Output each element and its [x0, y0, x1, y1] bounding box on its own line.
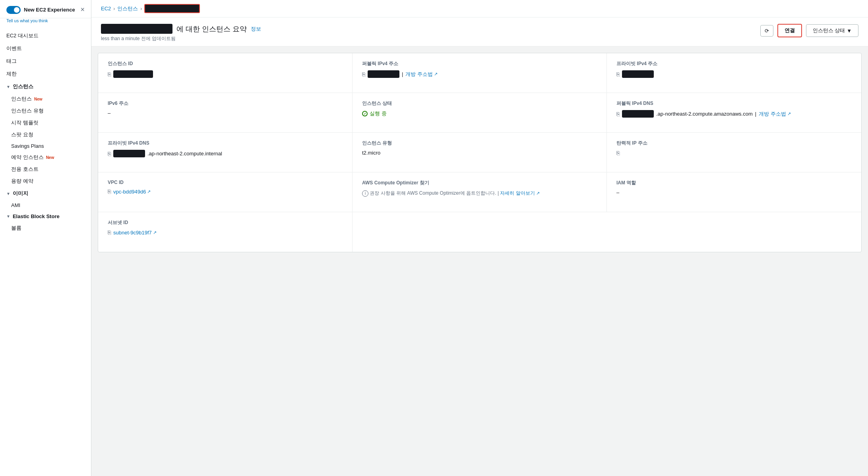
- page-subtitle: less than a minute 전에 업데이트됨: [101, 35, 261, 42]
- elastic-ip-label: 탄력적 IP 주소: [616, 140, 852, 147]
- section-label: 이미지: [13, 190, 28, 197]
- sidebar-item-savings-plans[interactable]: Savings Plans: [0, 141, 91, 151]
- sidebar-item-events[interactable]: 이벤트: [0, 42, 91, 55]
- sidebar-item-label: EC2 대시보드: [6, 32, 39, 39]
- sidebar-item-tags[interactable]: 태그: [0, 55, 91, 68]
- info-cell-ipv6: IPv6 주소 –: [98, 93, 353, 133]
- copy-icon[interactable]: ⎘: [108, 229, 111, 236]
- page-title-row: 에 대한 인스턴스 요약 정보: [101, 24, 261, 34]
- instance-state-button[interactable]: 인스턴스 상태 ▼: [806, 24, 859, 37]
- instance-name-block: [101, 24, 172, 34]
- external-link-icon: ↗: [153, 230, 157, 235]
- info-cell-private-ipv4-dns: 프라이빗 IPv4 DNS ⎘ .ap-northeast-2.compute.…: [98, 133, 353, 172]
- vpc-id-label: VPC ID: [108, 180, 343, 185]
- section-label: 인스턴스: [13, 83, 33, 90]
- sidebar-item-launch-templates[interactable]: 시작 템플릿: [0, 117, 91, 129]
- page-title-suffix: 에 대한 인스턴스 요약: [176, 24, 247, 34]
- page-header-left: 에 대한 인스턴스 요약 정보 less than a minute 전에 업데…: [101, 24, 261, 42]
- sidebar-item-label: 태그: [6, 58, 17, 65]
- copy-icon[interactable]: ⎘: [108, 151, 111, 157]
- info-cell-public-ipv4-dns: 퍼블릭 IPv4 DNS ⎘ .ap-northeast-2.compute.a…: [607, 93, 861, 133]
- instance-state-label: 인스턴스 상태: [362, 100, 597, 107]
- sidebar-item-instance-types[interactable]: 인스턴스 유형: [0, 105, 91, 117]
- info-cell-vpc-id: VPC ID ⎘ vpc-bdd949d6 ↗: [98, 172, 353, 212]
- copy-icon[interactable]: ⎘: [108, 188, 111, 195]
- info-cell-instance-type: 인스턴스 유형 t2.micro: [353, 133, 607, 172]
- sidebar-item-label: 인스턴스: [11, 95, 32, 103]
- instance-id-label: 인스턴스 ID: [108, 60, 343, 67]
- sidebar-section-ebs[interactable]: ▼ Elastic Block Store: [0, 211, 91, 222]
- sidebar-section-images[interactable]: ▼ 이미지: [0, 187, 91, 200]
- info-cell-instance-id: 인스턴스 ID ⎘: [98, 53, 353, 93]
- info-icon[interactable]: i: [362, 190, 368, 197]
- close-button[interactable]: ×: [80, 6, 85, 14]
- page-header: 에 대한 인스턴스 요약 정보 less than a minute 전에 업데…: [91, 17, 868, 46]
- sidebar-item-label: 시작 템플릿: [11, 119, 39, 126]
- new-experience-toggle[interactable]: [6, 6, 21, 14]
- info-cell-optimizer: AWS Compute Optimizer 찾기 i 권장 사항을 위해 AWS…: [353, 172, 607, 212]
- breadcrumb: EC2 › 인스턴스 ›: [91, 0, 868, 17]
- elastic-ip-value: ⎘: [616, 150, 852, 156]
- private-ipv4-label: 프라이빗 IPv4 주소: [616, 60, 852, 67]
- instance-id-block: [113, 70, 153, 78]
- status-dot-icon: [362, 111, 368, 116]
- breadcrumb-instances[interactable]: 인스턴스: [117, 5, 138, 12]
- sidebar-item-instances[interactable]: 인스턴스 New: [0, 93, 91, 105]
- info-grid-container: 인스턴스 ID ⎘ 퍼블릭 IPv4 주소 ⎘ | 개방 주소법 ↗: [98, 53, 862, 252]
- sidebar-item-capacity-reservations[interactable]: 용량 예약: [0, 175, 91, 187]
- info-cell-private-ipv4: 프라이빗 IPv4 주소 ⎘: [607, 53, 861, 93]
- sidebar-item-limits[interactable]: 제한: [0, 68, 91, 80]
- sidebar: New EC2 Experience × Tell us what you th…: [0, 0, 91, 476]
- external-link-icon: ↗: [434, 72, 438, 77]
- sidebar-subtitle[interactable]: Tell us what you think: [0, 18, 91, 26]
- breadcrumb-current: [144, 4, 200, 13]
- copy-icon[interactable]: ⎘: [616, 150, 620, 156]
- info-cell-instance-state: 인스턴스 상태 실행 중: [353, 93, 607, 133]
- subnet-id-text: subnet-9c9b19f7: [113, 230, 152, 236]
- info-cell-elastic-ip: 탄력적 IP 주소 ⎘: [607, 133, 861, 172]
- sidebar-header-left: New EC2 Experience: [6, 6, 75, 14]
- open-address-link[interactable]: 개방 주소법 ↗: [405, 71, 438, 78]
- sidebar-header: New EC2 Experience ×: [0, 0, 91, 18]
- copy-icon[interactable]: ⎘: [616, 111, 620, 117]
- vpc-id-link[interactable]: vpc-bdd949d6 ↗: [113, 189, 151, 195]
- copy-icon[interactable]: ⎘: [362, 71, 365, 77]
- sidebar-item-volumes[interactable]: 볼륨: [0, 222, 91, 234]
- optimizer-learn-more-link[interactable]: 자세히 알아보기 ↗: [500, 190, 539, 197]
- instance-state-label: 인스턴스 상태: [813, 27, 845, 34]
- open-address-link-dns[interactable]: 개방 주소법 ↗: [759, 110, 791, 118]
- vpc-id-value: ⎘ vpc-bdd949d6 ↗: [108, 188, 343, 195]
- status-text: 실행 중: [370, 110, 387, 117]
- breadcrumb-sep-2: ›: [140, 6, 142, 12]
- info-link[interactable]: 정보: [251, 25, 261, 33]
- sidebar-item-spot-requests[interactable]: 스팟 요청: [0, 129, 91, 141]
- ipv6-label: IPv6 주소: [108, 100, 343, 107]
- sidebar-item-label: 용량 예약: [11, 178, 33, 185]
- public-ipv4-dns-value: ⎘ .ap-northeast-2.compute.amazonaws.com …: [616, 110, 852, 118]
- subnet-id-link[interactable]: subnet-9c9b19f7 ↗: [113, 230, 157, 236]
- sidebar-nav: EC2 대시보드 이벤트 태그 제한 ▼ 인스턴스 인스턴스 New 인스턴스 …: [0, 26, 91, 237]
- external-link-icon: ↗: [147, 189, 151, 194]
- instance-state-value: 실행 중: [362, 110, 597, 117]
- sidebar-item-dashboard[interactable]: EC2 대시보드: [0, 29, 91, 42]
- sidebar-item-label: AMI: [11, 202, 20, 208]
- connect-button[interactable]: 연결: [777, 24, 802, 37]
- status-running: 실행 중: [362, 110, 387, 117]
- private-ipv4-block: [622, 70, 654, 78]
- dropdown-arrow-icon: ▼: [847, 28, 852, 34]
- external-link-icon: ↗: [536, 190, 540, 197]
- optimizer-value: i 권장 사항을 위해 AWS Compute Optimizer에 옵트인합니…: [362, 190, 597, 197]
- sidebar-item-ami[interactable]: AMI: [0, 200, 91, 211]
- breadcrumb-ec2[interactable]: EC2: [101, 6, 111, 12]
- public-ipv4-label: 퍼블릭 IPv4 주소: [362, 60, 597, 67]
- info-cell-subnet-id: 서브넷 ID ⎘ subnet-9c9b19f7 ↗: [98, 212, 353, 252]
- sidebar-item-reserved-instances[interactable]: 예약 인스턴스 New: [0, 151, 91, 163]
- chevron-down-icon: ▼: [6, 85, 10, 89]
- sidebar-item-label: 전용 호스트: [11, 166, 39, 173]
- refresh-button[interactable]: ⟳: [760, 25, 773, 37]
- sidebar-item-dedicated-hosts[interactable]: 전용 호스트: [0, 163, 91, 175]
- copy-icon[interactable]: ⎘: [108, 71, 111, 77]
- refresh-icon: ⟳: [765, 28, 769, 34]
- sidebar-section-instances[interactable]: ▼ 인스턴스: [0, 80, 91, 93]
- copy-icon[interactable]: ⎘: [616, 71, 620, 77]
